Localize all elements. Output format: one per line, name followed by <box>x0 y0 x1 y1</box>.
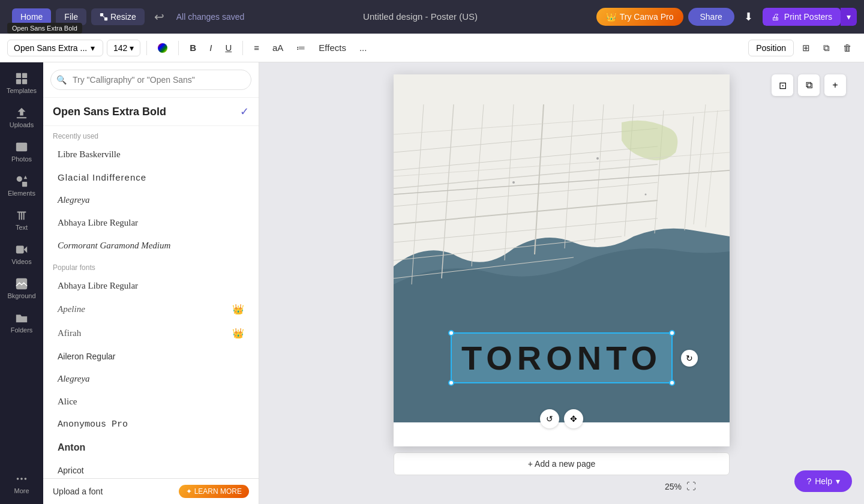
font-name: Apricot <box>58 466 84 475</box>
zoom-level: 25% <box>665 482 682 491</box>
font-item-apeline[interactable]: Apeline 👑 <box>48 298 254 321</box>
learn-more-button[interactable]: ✦ LEARN MORE <box>179 485 249 498</box>
sidebar-item-text[interactable]: Text <box>2 204 41 236</box>
refresh-button[interactable]: ↺ <box>540 409 559 428</box>
chevron-down-icon: ▾ <box>836 476 840 486</box>
rotate-handle[interactable]: ↻ <box>681 350 698 367</box>
move-button[interactable]: ✥ <box>564 409 583 428</box>
svg-rect-6 <box>22 79 27 84</box>
search-input[interactable] <box>50 70 251 90</box>
saved-text: All changes saved <box>176 12 245 22</box>
text-element-container[interactable]: TORONTO ↻ <box>451 332 673 383</box>
sidebar-item-photos[interactable]: Photos <box>2 136 41 167</box>
font-item-alegreya-recent[interactable]: Alegreya <box>48 189 254 211</box>
font-item-anton[interactable]: Anton <box>48 436 254 459</box>
font-item-anonymous[interactable]: Anonymous Pro <box>48 413 254 436</box>
top-bar-center: Untitled design - Poster (US) <box>249 11 591 22</box>
add-page-button[interactable]: + Add a new page <box>394 452 730 475</box>
text-icon <box>15 209 28 222</box>
font-name: Glacial Indifference <box>58 172 146 182</box>
help-icon: ? <box>806 476 811 486</box>
sidebar-item-label: Folders <box>11 326 33 334</box>
font-name: Anton <box>58 442 85 453</box>
canvas-add-button[interactable]: + <box>824 74 846 96</box>
undo-button[interactable]: ↩ <box>149 7 169 26</box>
list-button[interactable]: ≔ <box>292 40 310 56</box>
handle-br[interactable] <box>669 380 675 386</box>
more-options-button[interactable]: ... <box>355 40 372 56</box>
font-name: Afirah <box>58 328 81 338</box>
font-name: Apeline <box>58 304 85 314</box>
svg-line-2 <box>103 16 104 17</box>
text-controls: ↺ ✥ <box>540 409 583 428</box>
font-item-abhaya-recent[interactable]: Abhaya Libre Regular <box>48 212 254 234</box>
sidebar-item-label: Templates <box>7 87 37 94</box>
font-name: Alegreya <box>58 374 90 384</box>
current-font-row: Open Sans Extra Bold ✓ <box>43 98 259 126</box>
case-button[interactable]: aA <box>268 40 288 56</box>
font-name: Cormorant Garamond Medium <box>58 241 170 251</box>
font-item-libre[interactable]: Libre Baskerville <box>48 143 254 166</box>
align-button[interactable]: ≡ <box>249 40 264 56</box>
bold-button[interactable]: B <box>185 40 201 56</box>
sidebar-item-templates[interactable]: Templates <box>2 67 41 99</box>
grid-view-button[interactable]: ⊞ <box>797 40 815 56</box>
toronto-text[interactable]: TORONTO <box>461 339 662 377</box>
effects-button[interactable]: Effects <box>314 40 351 56</box>
print-button[interactable]: 🖨 Print Posters <box>763 8 841 26</box>
uploads-icon <box>15 106 28 119</box>
sidebar-item-label: Elements <box>8 190 35 197</box>
folders-icon <box>15 311 28 325</box>
handle-bl[interactable] <box>448 380 454 386</box>
svg-rect-13 <box>16 246 24 254</box>
handle-tr[interactable] <box>669 330 675 336</box>
search-wrapper: 🔍 <box>50 70 251 90</box>
elements-icon <box>15 175 28 188</box>
canvas-crop-button[interactable]: ⊡ <box>772 74 793 96</box>
copy-button[interactable]: ⧉ <box>818 40 835 56</box>
font-item-alegreya-popular[interactable]: Alegreya <box>48 368 254 390</box>
try-pro-button[interactable]: 👑 Try Canva Pro <box>596 8 683 26</box>
svg-point-10 <box>17 176 22 182</box>
svg-rect-1 <box>104 17 107 20</box>
font-list: Recently used Libre Baskerville Glacial … <box>43 126 259 478</box>
share-button[interactable]: Share <box>688 8 734 26</box>
svg-point-44 <box>596 157 599 160</box>
svg-marker-14 <box>24 247 27 253</box>
font-item-aileron[interactable]: Aileron Regular <box>48 346 254 367</box>
sidebar-item-videos[interactable]: Videos <box>2 238 41 270</box>
font-selector[interactable]: Open Sans Extra ... ▾ <box>7 40 103 56</box>
font-name: Alice <box>58 397 77 407</box>
font-item-apricot[interactable]: Apricot <box>48 460 254 478</box>
divider-1 <box>146 41 147 55</box>
font-item-abhaya-popular[interactable]: Abhaya Libre Regular <box>48 275 254 297</box>
font-name: Abhaya Libre Regular <box>58 281 138 291</box>
zoom-expand-button[interactable]: ⛶ <box>686 481 696 492</box>
print-expand-button[interactable]: ▾ <box>841 8 857 26</box>
svg-point-9 <box>19 145 21 147</box>
sidebar-item-uploads[interactable]: Uploads <box>2 101 41 133</box>
sidebar-item-more[interactable]: More <box>2 467 41 499</box>
sidebar: Templates Uploads Photos Elements Text V… <box>0 62 43 504</box>
italic-button[interactable]: I <box>205 40 217 56</box>
sidebar-item-background[interactable]: Bkground <box>2 272 41 304</box>
underline-button[interactable]: U <box>220 40 236 56</box>
font-item-alice[interactable]: Alice <box>48 391 254 413</box>
svg-point-18 <box>25 478 27 480</box>
download-button[interactable]: ⬇ <box>739 8 758 26</box>
position-button[interactable]: Position <box>748 40 794 56</box>
font-item-cormorant[interactable]: Cormorant Garamond Medium <box>48 235 254 257</box>
canvas-copy-button[interactable]: ⧉ <box>798 74 820 96</box>
sidebar-item-elements[interactable]: Elements <box>2 170 41 202</box>
font-size-selector[interactable]: 142 ▾ <box>107 40 140 56</box>
canvas: TORONTO ↻ ↺ ✥ <box>394 74 730 446</box>
help-button[interactable]: ? Help ▾ <box>794 470 852 492</box>
sidebar-item-folders[interactable]: Folders <box>2 307 41 338</box>
color-button[interactable] <box>153 40 172 56</box>
font-item-glacial[interactable]: Glacial Indifference <box>48 166 254 188</box>
delete-button[interactable]: 🗑 <box>838 40 857 56</box>
font-item-afirah[interactable]: Afirah 👑 <box>48 322 254 345</box>
sidebar-item-label: Uploads <box>10 121 34 128</box>
handle-tl[interactable] <box>448 330 454 336</box>
resize-button[interactable]: Resize <box>91 8 145 25</box>
